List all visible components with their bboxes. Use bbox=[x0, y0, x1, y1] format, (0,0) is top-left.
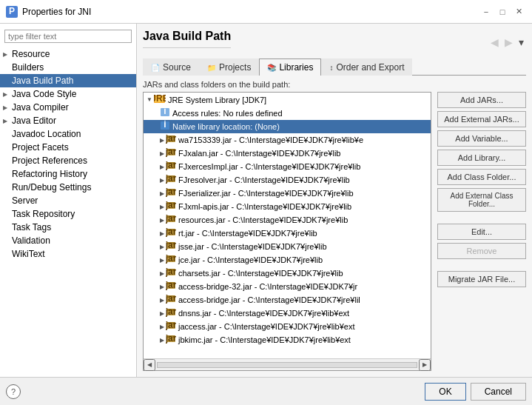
expand-arrow: ▶ bbox=[160, 297, 164, 304]
arrow-icon: ▶ bbox=[3, 51, 7, 58]
tab-source[interactable]: 📄 Source bbox=[143, 58, 199, 76]
sidebar-item-project-facets[interactable]: Project Facets bbox=[0, 141, 136, 154]
sidebar-item-wikitext[interactable]: WikiText bbox=[0, 247, 136, 261]
sidebar-item-java-code-style[interactable]: ▶ Java Code Style bbox=[0, 87, 136, 101]
minimize-button[interactable]: − bbox=[479, 4, 494, 19]
native-lib-label: Native library location: (None) bbox=[172, 122, 280, 131]
native-lib-icon: i bbox=[160, 121, 170, 133]
tree-item-jar[interactable]: ▶ jar wa7153339.jar - C:\Interstage¥IDE¥… bbox=[144, 133, 431, 147]
jar-icon: jar bbox=[166, 161, 176, 173]
tree-item-jar[interactable]: ▶ jar access-bridge.jar - C:\Interstage¥… bbox=[144, 293, 431, 307]
tree-item-jar[interactable]: ▶ jar jsse.jar - C:\Interstage¥IDE¥JDK7¥… bbox=[144, 240, 431, 253]
add-external-jars-button[interactable]: Add External JARs... bbox=[437, 111, 526, 127]
tree-item-jar[interactable]: ▶ jar FJxalan.jar - C:\Interstage¥IDE¥JD… bbox=[144, 147, 431, 160]
tree-panel[interactable]: ▼ JRE JRE System Library [JDK7] bbox=[144, 93, 431, 358]
expand-arrow: ▶ bbox=[160, 230, 164, 237]
expand-arrow: ▶ bbox=[160, 284, 164, 290]
nav-dropdown-button[interactable]: ▾ bbox=[516, 36, 526, 48]
sidebar-item-label: Resource bbox=[12, 49, 50, 59]
add-variable-button[interactable]: Add Variable... bbox=[437, 130, 526, 147]
svg-text:jar: jar bbox=[166, 161, 176, 170]
tree-item-jar[interactable]: ▶ jar FJxercesImpl.jar - C:\Interstage¥I… bbox=[144, 160, 431, 173]
tree-item-jar[interactable]: ▶ jar jaccess.jar - C:\Interstage¥IDE¥JD… bbox=[144, 320, 431, 333]
help-button[interactable]: ? bbox=[6, 384, 21, 399]
tab-order-export[interactable]: ↕ Order and Export bbox=[321, 58, 412, 76]
sidebar-item-builders[interactable]: Builders bbox=[0, 61, 136, 74]
nav-arrows: ◀ ▶ ▾ bbox=[488, 36, 526, 48]
tree-item-jar[interactable]: ▶ jar FJxml-apis.jar - C:\Interstage¥IDE… bbox=[144, 200, 431, 213]
forward-button[interactable]: ▶ bbox=[502, 36, 515, 48]
add-library-button[interactable]: Add Library... bbox=[437, 150, 526, 166]
sidebar-item-label: Task Repository bbox=[12, 209, 75, 219]
expand-arrow: ▶ bbox=[160, 217, 164, 224]
tab-libraries[interactable]: 📚 Libraries bbox=[259, 58, 321, 76]
cancel-button[interactable]: Cancel bbox=[471, 383, 526, 401]
expand-arrow: ▶ bbox=[160, 204, 164, 210]
sidebar-item-java-compiler[interactable]: ▶ Java Compiler bbox=[0, 101, 136, 114]
sidebar-item-label: WikiText bbox=[12, 249, 45, 259]
sidebar-item-validation[interactable]: Validation bbox=[0, 234, 136, 247]
svg-text:i: i bbox=[164, 107, 166, 116]
remove-button[interactable]: Remove bbox=[437, 243, 526, 259]
add-external-class-folder-button[interactable]: Add External Class Folder... bbox=[437, 188, 526, 212]
svg-text:jar: jar bbox=[166, 201, 176, 210]
tree-item-jar[interactable]: ▶ jar rt.jar - C:\Interstage¥IDE¥JDK7¥jr… bbox=[144, 227, 431, 240]
tree-item-jar[interactable]: ▶ jar FJserializer.jar - C:\Interstage¥I… bbox=[144, 187, 431, 200]
back-button[interactable]: ◀ bbox=[488, 36, 501, 48]
scroll-left-button[interactable]: ◀ bbox=[144, 359, 155, 371]
sidebar-item-server[interactable]: Server bbox=[0, 194, 136, 207]
sidebar-item-label: Task Tags bbox=[12, 222, 51, 232]
ok-button[interactable]: OK bbox=[425, 383, 465, 401]
tree-item-jar[interactable]: ▶ jar jce.jar - C:\Interstage¥IDE¥JDK7¥j… bbox=[144, 253, 431, 267]
sidebar-item-project-references[interactable]: Project References bbox=[0, 154, 136, 167]
jar-icon: jar bbox=[166, 201, 176, 212]
tab-label: Order and Export bbox=[336, 62, 404, 73]
add-class-folder-button[interactable]: Add Class Folder... bbox=[437, 169, 526, 185]
sidebar-item-task-tags[interactable]: Task Tags bbox=[0, 221, 136, 234]
sidebar-item-run-debug[interactable]: Run/Debug Settings bbox=[0, 181, 136, 194]
sidebar-item-refactoring[interactable]: Refactoring History bbox=[0, 167, 136, 181]
migrate-jar-button[interactable]: Migrate JAR File... bbox=[437, 271, 526, 287]
jar-icon: jar bbox=[166, 227, 176, 239]
svg-text:jar: jar bbox=[166, 281, 176, 290]
tree-item-access-rules[interactable]: i Access rules: No rules defined bbox=[144, 107, 431, 120]
sidebar-item-task-repository[interactable]: Task Repository bbox=[0, 207, 136, 221]
sidebar: ▶ Resource Builders Java Build Path ▶ Ja… bbox=[0, 24, 137, 377]
arrow-icon: ▶ bbox=[3, 118, 7, 124]
sidebar-item-label: Java Compiler bbox=[12, 102, 69, 113]
sidebar-item-java-build-path[interactable]: Java Build Path bbox=[0, 74, 136, 87]
expand-icon: ▼ bbox=[147, 96, 152, 103]
scroll-track-h[interactable] bbox=[157, 362, 417, 368]
svg-text:jar: jar bbox=[166, 294, 176, 304]
jar-label: FJxalan.jar - C:\Interstage¥IDE¥JDK7¥jre… bbox=[178, 149, 340, 158]
sidebar-item-resource[interactable]: ▶ Resource bbox=[0, 47, 136, 61]
tree-item-jar[interactable]: ▶ jar resources.jar - C:\Interstage¥IDE¥… bbox=[144, 213, 431, 227]
expand-arrow: ▶ bbox=[160, 270, 164, 277]
svg-text:jar: jar bbox=[166, 254, 176, 264]
tree-item-jar[interactable]: ▶ jar FJresolver.jar - C:\Interstage¥IDE… bbox=[144, 173, 431, 187]
jar-label: FJxercesImpl.jar - C:\Interstage¥IDE¥JDK… bbox=[178, 162, 360, 171]
expand-arrow: ▶ bbox=[160, 137, 164, 144]
tab-projects[interactable]: 📁 Projects bbox=[199, 58, 259, 76]
tree-item-native-lib[interactable]: i Native library location: (None) bbox=[144, 120, 431, 133]
maximize-button[interactable]: □ bbox=[495, 4, 510, 19]
tree-item-jar[interactable]: ▶ jar jbkimc.jar - C:\Interstage¥IDE¥JDK… bbox=[144, 333, 431, 347]
tree-item-jar[interactable]: ▶ jar dnsns.jar - C:\Interstage¥IDE¥JDK7… bbox=[144, 307, 431, 320]
bottom-right: OK Cancel bbox=[425, 383, 526, 401]
filter-input[interactable] bbox=[4, 30, 132, 43]
svg-text:jar: jar bbox=[166, 134, 176, 144]
sidebar-item-javadoc[interactable]: Javadoc Location bbox=[0, 127, 136, 141]
jar-label: charsets.jar - C:\Interstage¥IDE¥JDK7¥jr… bbox=[178, 269, 343, 278]
edit-button[interactable]: Edit... bbox=[437, 224, 526, 240]
close-button[interactable]: ✕ bbox=[511, 4, 526, 19]
scroll-right-button[interactable]: ▶ bbox=[419, 359, 431, 371]
h-scrollbar[interactable]: ◀ ▶ bbox=[144, 358, 431, 370]
svg-text:jar: jar bbox=[166, 241, 176, 250]
sidebar-item-java-editor[interactable]: ▶ Java Editor bbox=[0, 114, 136, 127]
add-jars-button[interactable]: Add JARs... bbox=[437, 92, 526, 108]
bottom-left: ? bbox=[6, 384, 21, 399]
tree-item-jar[interactable]: ▶ jar access-bridge-32.jar - C:\Intersta… bbox=[144, 280, 431, 293]
tree-item-jre[interactable]: ▼ JRE JRE System Library [JDK7] bbox=[144, 93, 431, 107]
tree-item-jar[interactable]: ▶ jar charsets.jar - C:\Interstage¥IDE¥J… bbox=[144, 267, 431, 280]
svg-text:jar: jar bbox=[166, 147, 176, 157]
